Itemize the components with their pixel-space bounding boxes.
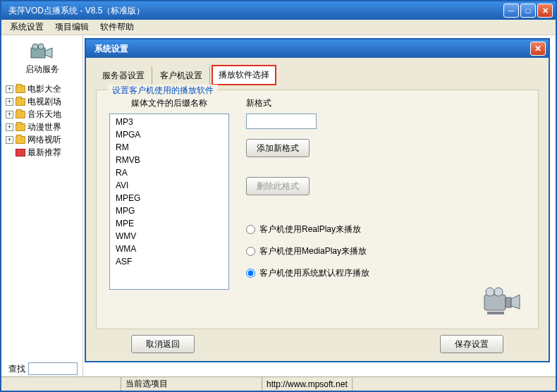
expand-icon[interactable]: + bbox=[6, 98, 13, 106]
new-format-input[interactable] bbox=[246, 114, 317, 129]
svg-point-8 bbox=[494, 288, 503, 296]
player-radio-group: 客户机使用RealPlay来播放 客户机使用MediaPlay来播放 客户机使用… bbox=[246, 223, 525, 279]
svg-point-3 bbox=[38, 44, 44, 49]
folder-icon bbox=[16, 111, 25, 118]
start-service-button[interactable]: 启动服务 bbox=[3, 38, 81, 82]
folder-icon bbox=[16, 98, 25, 106]
tab-server-settings[interactable]: 服务器设置 bbox=[96, 66, 152, 85]
dialog-close-button[interactable]: ✕ bbox=[530, 42, 546, 56]
expand-icon[interactable]: + bbox=[6, 136, 13, 144]
window-title: 美萍VOD点播系统 - V8.5（标准版） bbox=[4, 5, 503, 17]
delete-format-button[interactable]: 删除此格式 bbox=[246, 177, 310, 195]
tree-item-tv[interactable]: +电视剧场 bbox=[3, 95, 81, 108]
menu-system-settings[interactable]: 系统设置 bbox=[4, 19, 49, 35]
start-service-label: 启动服务 bbox=[3, 63, 81, 75]
status-url: http://www.mpsoft.net bbox=[262, 377, 353, 391]
tree-item-latest[interactable]: 最新推荐 bbox=[3, 146, 81, 159]
minimize-button[interactable]: ─ bbox=[503, 4, 519, 18]
list-item[interactable]: MPG bbox=[110, 204, 228, 217]
radio-system-default[interactable]: 客户机使用系统默认程序播放 bbox=[246, 267, 525, 279]
add-format-button[interactable]: 添加新格式 bbox=[246, 139, 310, 157]
close-button[interactable]: ✕ bbox=[537, 4, 553, 18]
extensions-listbox[interactable]: MP3 MPGA RM RMVB RA AVI MPEG MPG MPE WMV… bbox=[109, 114, 229, 290]
search-bar: 查找 bbox=[8, 362, 78, 375]
list-item[interactable]: ASF bbox=[110, 255, 228, 268]
groupbox-legend: 设置客户机使用的播放软件 bbox=[108, 85, 218, 97]
tab-player-select[interactable]: 播放软件选择 bbox=[212, 65, 276, 85]
cancel-button[interactable]: 取消返回 bbox=[131, 335, 195, 353]
svg-point-7 bbox=[486, 288, 494, 296]
status-current-item: 当前选项目 bbox=[121, 377, 262, 391]
svg-rect-4 bbox=[484, 295, 506, 310]
expand-icon[interactable]: + bbox=[6, 111, 13, 118]
svg-marker-1 bbox=[45, 48, 52, 58]
menu-project-edit[interactable]: 项目编辑 bbox=[49, 19, 94, 35]
dialog-title: 系统设置 bbox=[89, 43, 530, 55]
list-item[interactable]: RM bbox=[110, 141, 228, 154]
radio-realplay[interactable]: 客户机使用RealPlay来播放 bbox=[246, 223, 525, 235]
media-ext-label: 媒体文件的后缀名称 bbox=[109, 97, 229, 109]
list-item[interactable]: WMV bbox=[110, 230, 228, 243]
maximize-button[interactable]: □ bbox=[520, 4, 536, 18]
category-tree: +电影大全 +电视剧场 +音乐天地 +动漫世界 +网络视听 最新推荐 bbox=[3, 82, 81, 159]
folder-icon bbox=[16, 136, 25, 144]
list-item[interactable]: RMVB bbox=[110, 154, 228, 166]
save-button[interactable]: 保存设置 bbox=[440, 335, 503, 353]
tree-item-movies[interactable]: +电影大全 bbox=[3, 82, 81, 95]
list-item[interactable]: MP3 bbox=[110, 116, 228, 128]
radio-mediaplay[interactable]: 客户机使用MediaPlay来播放 bbox=[246, 245, 525, 257]
settings-dialog: 系统设置 ✕ 服务器设置 客户机设置 播放软件选择 设置客户机使用的播放软件 媒… bbox=[85, 38, 550, 362]
dialog-tabs: 服务器设置 客户机设置 播放软件选择 bbox=[96, 65, 539, 85]
list-item[interactable]: MPGA bbox=[110, 128, 228, 141]
main-titlebar: 美萍VOD点播系统 - V8.5（标准版） ─ □ ✕ bbox=[1, 1, 556, 20]
tab-client-settings[interactable]: 客户机设置 bbox=[154, 66, 210, 85]
list-item[interactable]: RA bbox=[110, 166, 228, 179]
menu-software-help[interactable]: 软件帮助 bbox=[94, 19, 140, 35]
expand-icon[interactable]: + bbox=[6, 123, 13, 131]
list-item[interactable]: MPE bbox=[110, 217, 228, 230]
tree-item-music[interactable]: +音乐天地 bbox=[3, 108, 81, 121]
list-item[interactable]: WMA bbox=[110, 243, 228, 255]
svg-rect-0 bbox=[31, 48, 45, 58]
svg-point-2 bbox=[32, 44, 38, 49]
sidebar: 启动服务 +电影大全 +电视剧场 +音乐天地 +动漫世界 +网络视听 最新推荐 bbox=[1, 35, 83, 376]
search-label: 查找 bbox=[8, 363, 25, 375]
menu-bar: 系统设置 项目编辑 软件帮助 bbox=[1, 20, 556, 35]
camcorder-icon bbox=[480, 282, 522, 317]
svg-marker-6 bbox=[511, 295, 520, 309]
main-window: 美萍VOD点播系统 - V8.5（标准版） ─ □ ✕ 系统设置 项目编辑 软件… bbox=[0, 0, 557, 392]
tree-item-anime[interactable]: +动漫世界 bbox=[3, 121, 81, 133]
new-format-label: 新格式 bbox=[246, 97, 525, 109]
camera-icon bbox=[28, 42, 56, 62]
dialog-titlebar: 系统设置 ✕ bbox=[86, 39, 549, 58]
folder-icon bbox=[16, 123, 25, 131]
expand-icon[interactable]: + bbox=[6, 85, 13, 93]
search-input[interactable] bbox=[28, 362, 78, 375]
folder-icon bbox=[16, 85, 25, 93]
list-item[interactable]: MPEG bbox=[110, 192, 228, 204]
list-item[interactable]: AVI bbox=[110, 179, 228, 192]
svg-rect-5 bbox=[506, 298, 511, 307]
folder-icon bbox=[16, 149, 25, 157]
player-groupbox: 设置客户机使用的播放软件 媒体文件的后缀名称 MP3 MPGA RM RMVB … bbox=[96, 90, 539, 329]
svg-rect-9 bbox=[487, 312, 504, 314]
status-bar: 当前选项目 http://www.mpsoft.net bbox=[1, 376, 556, 391]
tree-item-network[interactable]: +网络视听 bbox=[3, 133, 81, 146]
